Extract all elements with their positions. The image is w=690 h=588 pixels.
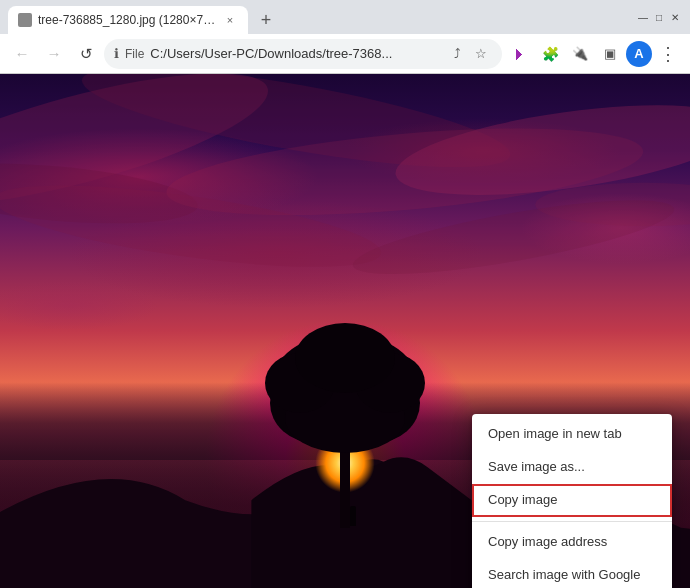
tab-title: tree-736885_1280.jpg (1280×79…	[38, 13, 216, 27]
window-chrome: tree-736885_1280.jpg (1280×79… × + — □ ✕…	[0, 0, 690, 74]
back-button[interactable]: ←	[8, 40, 36, 68]
content-area: Open image in new tab Save image as... C…	[0, 74, 690, 588]
refresh-button[interactable]: ↺	[72, 40, 100, 68]
context-menu-copy-address[interactable]: Copy image address	[472, 526, 672, 559]
profile-button[interactable]: A	[626, 41, 652, 67]
title-bar: tree-736885_1280.jpg (1280×79… × + — □ ✕	[0, 0, 690, 34]
bookmark-icon[interactable]: ☆	[470, 43, 492, 65]
toolbar: ← → ↺ ℹ File C:/Users/User-PC/Downloads/…	[0, 34, 690, 74]
menu-icon[interactable]: ⋮	[654, 40, 682, 68]
active-tab[interactable]: tree-736885_1280.jpg (1280×79… ×	[8, 6, 248, 34]
new-tab-button[interactable]: +	[252, 6, 280, 34]
tab-close-button[interactable]: ×	[222, 12, 238, 28]
address-text: C:/Users/User-PC/Downloads/tree-7368...	[150, 46, 440, 61]
context-menu-save-image[interactable]: Save image as...	[472, 451, 672, 484]
svg-point-14	[295, 323, 395, 393]
share-icon[interactable]: ⤴	[446, 43, 468, 65]
info-icon: ℹ	[114, 46, 119, 61]
minimize-button[interactable]: —	[636, 10, 650, 24]
context-menu-open-new-tab[interactable]: Open image in new tab	[472, 418, 672, 451]
tab-strip: tree-736885_1280.jpg (1280×79… × +	[8, 0, 628, 34]
context-menu-copy-image[interactable]: Copy image	[472, 484, 672, 517]
window-controls: — □ ✕	[636, 10, 682, 24]
extensions-icon[interactable]: 🧩	[536, 40, 564, 68]
sidebar-icon[interactable]: ▣	[596, 40, 624, 68]
maximize-button[interactable]: □	[652, 10, 666, 24]
media-button[interactable]: ⏵	[506, 40, 534, 68]
context-menu: Open image in new tab Save image as... C…	[472, 414, 672, 588]
tree-svg	[245, 308, 445, 528]
forward-button[interactable]: →	[40, 40, 68, 68]
context-menu-search-image[interactable]: Search image with Google	[472, 559, 672, 588]
tab-favicon	[18, 13, 32, 27]
address-actions: ⤴ ☆	[446, 43, 492, 65]
address-bar[interactable]: ℹ File C:/Users/User-PC/Downloads/tree-7…	[104, 39, 502, 69]
close-window-button[interactable]: ✕	[668, 10, 682, 24]
extensions-puzzle-icon[interactable]: 🔌	[566, 40, 594, 68]
file-label: File	[125, 47, 144, 61]
person-silhouette	[350, 506, 356, 526]
context-menu-divider	[472, 521, 672, 522]
toolbar-right: ⏵ 🧩 🔌 ▣ A ⋮	[506, 40, 682, 68]
